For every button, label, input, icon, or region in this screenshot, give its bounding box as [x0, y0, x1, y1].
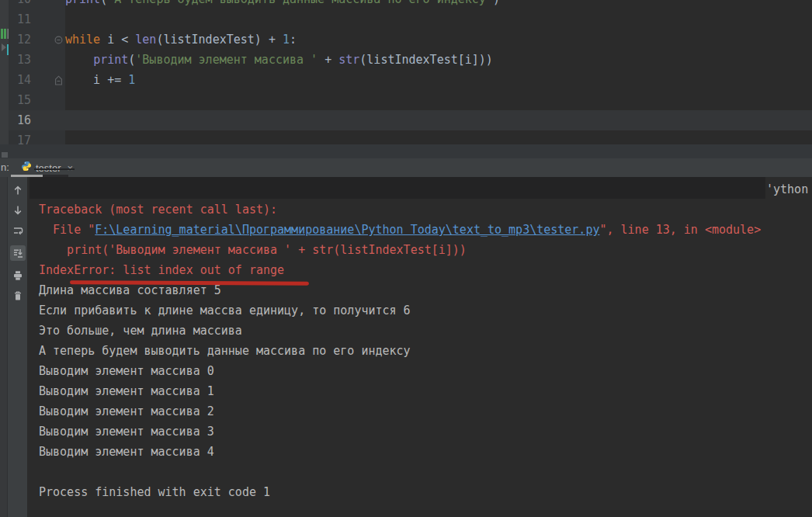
- traceback-file-link[interactable]: F:\Learning_material\Программирование\Py…: [95, 223, 599, 237]
- console-line: Выводим элемент массива 3: [27, 422, 812, 442]
- up-the-stack-trace-icon[interactable]: [10, 185, 26, 196]
- console-line: Выводим элемент массива 1: [27, 381, 812, 401]
- console-text: Выводим элемент массива 2: [39, 404, 214, 418]
- print-icon[interactable]: [10, 270, 26, 281]
- pycharm-window: 10print('А теперь будем выводить данные …: [0, 0, 812, 517]
- editor-pane[interactable]: 10print('А теперь будем выводить данные …: [0, 0, 812, 158]
- console-line: А теперь будем выводить данные массива п…: [27, 341, 812, 361]
- line-number[interactable]: 10: [14, 0, 31, 9]
- line-number[interactable]: 12: [14, 29, 31, 50]
- console-text: Выводим элемент массива 1: [39, 384, 214, 398]
- console-text: Выводим элемент массива 0: [39, 364, 214, 378]
- console-lines: 'ythonTraceback (most recent call last):…: [27, 179, 812, 502]
- console-toolbar: [8, 185, 27, 301]
- line-number[interactable]: 17: [14, 130, 31, 144]
- clear-all-icon[interactable]: [10, 290, 26, 301]
- close-icon[interactable]: ×: [68, 162, 74, 174]
- run-console-panel: 'ythonTraceback (most recent call last):…: [0, 177, 812, 517]
- run-tab-tester[interactable]: tester ×: [21, 160, 73, 175]
- console-text: IndexError: list index out of range: [39, 263, 284, 277]
- tool-window-stripe: [0, 0, 9, 144]
- line-number[interactable]: 13: [14, 50, 31, 70]
- editor-line-13[interactable]: 13 print('Выводим элемент массива ' + st…: [9, 50, 812, 70]
- line-number[interactable]: 14: [14, 70, 31, 90]
- console-text: Длина массива составляет 5: [39, 283, 221, 297]
- editor-line-11[interactable]: 11: [9, 9, 812, 29]
- console-line: Выводим элемент массива 0: [27, 361, 812, 381]
- editor-line-17[interactable]: 17: [9, 130, 812, 144]
- console-text: Это больше, чем длина массива: [39, 324, 242, 338]
- python-icon: [21, 161, 32, 175]
- line-number[interactable]: 16: [14, 110, 31, 130]
- editor-line-16[interactable]: 16: [9, 110, 812, 130]
- console-line: Это больше, чем длина массива: [27, 321, 812, 341]
- code-text: print('Выводим элемент массива ' + str(l…: [65, 53, 493, 67]
- console-text: Traceback (most recent call last):: [39, 203, 277, 217]
- console-text: Выводим элемент массива 4: [39, 445, 214, 459]
- run-tab-title: tester: [36, 162, 61, 174]
- console-toolbar-rail: [0, 177, 27, 517]
- fold-start-icon[interactable]: [31, 29, 65, 50]
- console-text: ", line 13, in <module>: [599, 223, 761, 237]
- code-text: i += 1: [65, 73, 135, 87]
- code-text: print('А теперь будем выводить данные ма…: [65, 0, 500, 6]
- scroll-to-end-icon[interactable]: [10, 245, 26, 261]
- editor-line-15[interactable]: 15: [9, 90, 812, 110]
- console-line: Traceback (most recent call last):: [27, 200, 812, 220]
- line-number[interactable]: 11: [14, 9, 31, 29]
- console-text: 'ython: [766, 182, 808, 196]
- console-line: File "F:\Learning_material\Программирова…: [27, 220, 812, 240]
- editor-line-10[interactable]: 10print('А теперь будем выводить данные …: [9, 0, 812, 9]
- console-text: Выводим элемент массива 3: [39, 425, 214, 439]
- editor-lines[interactable]: 10print('А теперь будем выводить данные …: [9, 0, 812, 144]
- console-line: Выводим элемент массива 4: [27, 442, 812, 462]
- console-rail-strip: [0, 177, 8, 517]
- run-window-label: n:: [1, 161, 9, 173]
- console-output[interactable]: 'ythonTraceback (most recent call last):…: [27, 177, 812, 517]
- editor-bottom-band: [0, 144, 812, 158]
- console-blank-line: [27, 462, 812, 482]
- console-line: IndexError: list index out of range: [27, 260, 812, 280]
- line-number[interactable]: 15: [14, 90, 31, 110]
- editor-hscrollbar-thumb[interactable]: [2, 152, 8, 158]
- console-line: print('Выводим элемент массива ' + str(l…: [27, 240, 812, 260]
- tab-strike-line: [34, 168, 75, 170]
- fold-end-icon[interactable]: [31, 70, 65, 90]
- console-line: Если прибавить к длине массва единицу, т…: [27, 300, 812, 321]
- code-text: while i < len(listIndexTest) + 1:: [65, 33, 297, 47]
- console-text: Если прибавить к длине массва единицу, т…: [39, 304, 411, 317]
- soft-wrap-icon[interactable]: [10, 225, 26, 236]
- console-text: А теперь будем выводить данные массива п…: [39, 344, 411, 358]
- down-the-stack-trace-icon[interactable]: [10, 205, 26, 216]
- run-tab-bar: n: tester ×: [0, 158, 812, 177]
- console-line: Process finished with exit code 1: [27, 482, 812, 502]
- console-line: Выводим элемент массива 2: [27, 401, 812, 422]
- console-text: print('Выводим элемент массива ' + str(l…: [39, 243, 467, 257]
- editor-line-14[interactable]: 14 i += 1: [9, 70, 812, 90]
- editor-line-12[interactable]: 12while i < len(listIndexTest) + 1:: [9, 29, 812, 50]
- console-text: Process finished with exit code 1: [39, 485, 270, 499]
- redaction-overlay: [29, 177, 765, 199]
- console-text: File ": [39, 223, 95, 237]
